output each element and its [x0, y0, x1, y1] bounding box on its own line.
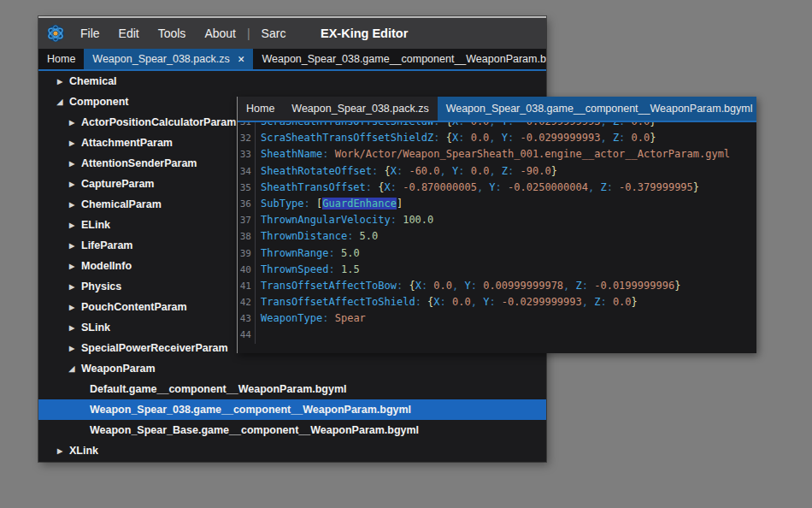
- tree-item-xlink[interactable]: ▶XLink: [38, 440, 546, 461]
- code-line-44[interactable]: 44: [238, 327, 756, 343]
- token-pun: ,: [452, 280, 464, 292]
- token-num: 0.0: [471, 122, 490, 127]
- chevron-collapsed-icon[interactable]: ▶: [66, 180, 78, 188]
- chevron-collapsed-icon[interactable]: ▶: [66, 201, 78, 209]
- chevron-collapsed-icon[interactable]: ▶: [66, 160, 78, 168]
- menu-item-tools[interactable]: Tools: [149, 18, 196, 49]
- code-line-text: SheathTransOffset: {X: -0.870000005, Y: …: [256, 180, 699, 196]
- tab-label: Home: [246, 103, 274, 115]
- menu-item-file[interactable]: File: [71, 18, 109, 49]
- token-pun: :: [458, 122, 470, 127]
- token-str: Work/Actor/Weapon_SpearSheath_001.engine…: [335, 148, 730, 160]
- tree-item-weapon-spear-base-game-component-weaponp[interactable]: Weapon_Spear_Base.game__component__Weapo…: [38, 420, 546, 440]
- chevron-collapsed-icon[interactable]: ▶: [66, 242, 78, 250]
- token-pun: ,: [563, 280, 575, 292]
- code-line-40[interactable]: 40ThrownSpeed: 1.5: [238, 262, 756, 278]
- chevron-collapsed-icon[interactable]: ▶: [66, 222, 78, 229]
- main-tab-bar: HomeWeapon_Spear_038.pack.zs✕Weapon_Spea…: [38, 49, 546, 71]
- code-line-32[interactable]: 32ScraSheathTransOffsetShieldZ: {X: 0.0,…: [238, 130, 756, 146]
- code-line-34[interactable]: 34SheathRotateOffset: {X: -60.0, Y: 0.0,…: [238, 163, 756, 180]
- tab-weapon-spear-038-pack-zs[interactable]: Weapon_Spear_038.pack.zs: [283, 97, 437, 121]
- token-pun: :: [421, 280, 433, 292]
- code-line-text: ThrownSpeed: 1.5: [256, 262, 360, 278]
- tree-item-label: CaptureParam: [81, 178, 154, 190]
- token-pun: ,: [471, 296, 483, 308]
- token-key: Y: [464, 280, 470, 292]
- token-key: TransOffsetAffectToBow: [261, 280, 397, 292]
- tree-item-label: Default.game__component__WeaponParam.bgy…: [90, 383, 347, 395]
- chevron-collapsed-icon[interactable]: ▶: [66, 263, 78, 270]
- token-pun: ,: [489, 132, 501, 144]
- tree-item-chemical[interactable]: ▶Chemical: [38, 71, 546, 92]
- tree-item-label: ChemicalParam: [81, 198, 162, 210]
- tab-label: Weapon_Spear_038.game__component__Weapon…: [262, 53, 546, 65]
- menu-item-about[interactable]: About: [195, 18, 245, 49]
- code-line-text: TransOffsetAffectToBow: {X: 0.0, Y: 0.00…: [256, 278, 680, 294]
- chevron-expanded-icon[interactable]: ◢: [54, 97, 66, 106]
- menu-item-sarc[interactable]: Sarc: [252, 18, 296, 49]
- line-number: 35: [238, 180, 256, 196]
- menu-bar-items: FileEditToolsAbout|Sarc: [71, 18, 295, 49]
- tab-weapon-spear-038-game-component-weaponpa[interactable]: Weapon_Spear_038.game__component__Weapon…: [438, 97, 756, 121]
- code-line-38[interactable]: 38ThrownDistance: 5.0: [238, 228, 756, 245]
- token-key: ScraSheathTransOffsetShieldZ: [261, 132, 433, 144]
- chevron-collapsed-icon[interactable]: ▶: [66, 345, 78, 352]
- token-num: 0.0: [632, 132, 650, 144]
- chevron-collapsed-icon[interactable]: ▶: [54, 78, 66, 86]
- code-line-36[interactable]: 36SubType: [GuardEnhance]: [238, 196, 756, 212]
- chevron-collapsed-icon[interactable]: ▶: [66, 304, 78, 311]
- line-number: 37: [238, 212, 256, 228]
- token-key: SheathRotateOffset: [261, 165, 372, 177]
- token-key: SheathTransOffset: [261, 181, 366, 193]
- tree-item-weapon-spear-038-game-component-weaponpa[interactable]: Weapon_Spear_038.game__component__Weapon…: [38, 399, 546, 420]
- token-key: ThrownSpeed: [261, 263, 328, 275]
- chevron-expanded-icon[interactable]: ◢: [66, 364, 78, 373]
- line-number: 43: [238, 310, 256, 327]
- token-key: SheathName: [261, 148, 322, 160]
- code-line-text: TransOffsetAffectToShield: {X: 0.0, Y: -…: [256, 294, 638, 310]
- tree-item-label: Physics: [81, 281, 121, 292]
- token-key: ScraSheathTransOffsetShieldW: [261, 122, 433, 127]
- chevron-collapsed-icon[interactable]: ▶: [66, 119, 78, 127]
- token-brc: }: [632, 296, 638, 308]
- tree-item-default-game-component-weaponparam-bgyml[interactable]: Default.game__component__WeaponParam.bgy…: [38, 379, 546, 399]
- chevron-collapsed-icon[interactable]: ▶: [66, 283, 78, 291]
- code-line-43[interactable]: 43WeaponType: Spear: [238, 310, 756, 327]
- code-line-37[interactable]: 37ThrownAngularVelocity: 100.0: [238, 212, 756, 228]
- token-pun: :: [322, 312, 334, 324]
- tree-item-label: Weapon_Spear_Base.game__component__Weapo…: [90, 424, 419, 436]
- chevron-collapsed-icon[interactable]: ▶: [66, 139, 78, 147]
- token-num: 0.0: [471, 132, 490, 144]
- token-key: ThrownAngularVelocity: [261, 214, 391, 226]
- code-line-33[interactable]: 33SheathName: Work/Actor/Weapon_SpearShe…: [238, 146, 756, 162]
- code-line-text: ThrownRange: 5.0: [256, 245, 360, 262]
- token-num: -0.0250000004: [508, 181, 588, 193]
- tab-weapon-spear-038-pack-zs[interactable]: Weapon_Spear_038.pack.zs✕: [84, 49, 253, 69]
- tab-home[interactable]: Home: [38, 49, 84, 69]
- token-brc: }: [693, 181, 699, 193]
- token-num: -0.0299999993: [521, 122, 601, 127]
- code-line-39[interactable]: 39ThrownRange: 5.0: [238, 245, 756, 262]
- close-icon[interactable]: ✕: [238, 54, 245, 64]
- code-line-35[interactable]: 35SheathTransOffset: {X: -0.870000005, Y…: [238, 180, 756, 196]
- tree-item-label: AttentionSenderParam: [81, 157, 197, 169]
- tab-home[interactable]: Home: [238, 97, 283, 121]
- menu-item-edit[interactable]: Edit: [109, 18, 149, 49]
- code-line-42[interactable]: 42TransOffsetAffectToShield: {X: 0.0, Y:…: [238, 294, 756, 310]
- menu-separator: |: [245, 27, 252, 40]
- code-line-31[interactable]: 31ScraSheathTransOffsetShieldW: {X: 0.0,…: [238, 122, 756, 130]
- token-pun: :: [366, 181, 378, 193]
- chevron-collapsed-icon[interactable]: ▶: [54, 447, 66, 455]
- token-key: X: [391, 165, 397, 177]
- tree-item-label: SpecialPowerReceiverParam: [81, 342, 228, 354]
- chevron-collapsed-icon[interactable]: ▶: [66, 324, 78, 332]
- token-pun: :: [440, 296, 452, 308]
- token-pun: :: [489, 296, 501, 308]
- token-key: Z: [600, 181, 606, 193]
- code-line-text: SheathRotateOffset: {X: -60.0, Y: 0.0, Z…: [256, 163, 557, 180]
- code-editor[interactable]: 31ScraSheathTransOffsetShieldW: {X: 0.0,…: [238, 122, 756, 353]
- tree-item-weaponparam[interactable]: ◢WeaponParam: [38, 358, 546, 379]
- token-key: Y: [489, 181, 495, 193]
- tab-weapon-spear-038-game-component-weaponpa[interactable]: Weapon_Spear_038.game__component__Weapon…: [253, 49, 546, 69]
- code-line-41[interactable]: 41TransOffsetAffectToBow: {X: 0.0, Y: 0.…: [238, 278, 756, 294]
